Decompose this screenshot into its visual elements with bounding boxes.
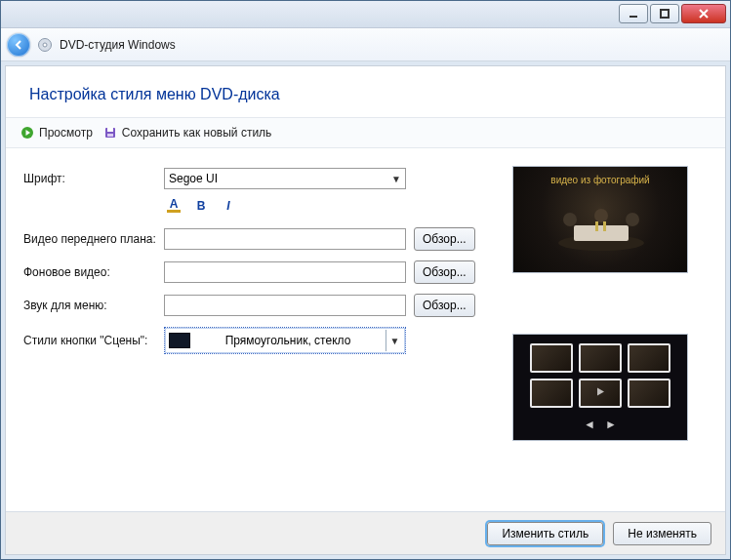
form: Шрифт: Segoe UI ▼ A B I bbox=[23, 164, 487, 496]
play-icon bbox=[20, 125, 35, 140]
scene-cell bbox=[628, 379, 670, 408]
toolbar: Просмотр Сохранить как новый стиль bbox=[6, 117, 725, 148]
color-swatch-icon bbox=[167, 210, 181, 213]
italic-button[interactable]: I bbox=[219, 197, 238, 215]
svg-rect-9 bbox=[574, 225, 629, 241]
apply-button[interactable]: Изменить стиль bbox=[487, 522, 603, 545]
maximize-button[interactable] bbox=[650, 4, 679, 23]
back-button[interactable] bbox=[7, 33, 30, 57]
svg-rect-1 bbox=[661, 10, 669, 18]
footer: Изменить стиль Не изменять bbox=[6, 511, 725, 554]
menu-audio-input[interactable] bbox=[164, 295, 406, 316]
font-value: Segoe UI bbox=[169, 172, 218, 185]
navbar: DVD-студия Windows bbox=[1, 28, 730, 61]
scene-cell bbox=[530, 343, 573, 373]
scenes-style-value: Прямоугольник, стекло bbox=[198, 334, 378, 347]
svg-rect-0 bbox=[629, 16, 637, 18]
app-title: DVD-студия Windows bbox=[60, 38, 176, 52]
menu-preview-thumb: видео из фотографий bbox=[512, 166, 688, 273]
scene-cell bbox=[579, 379, 622, 408]
svg-point-3 bbox=[43, 43, 47, 47]
font-combo[interactable]: Segoe UI ▼ bbox=[164, 168, 406, 189]
font-color-button[interactable]: A bbox=[164, 197, 183, 215]
foreground-browse-button[interactable]: Обзор... bbox=[414, 227, 475, 251]
save-icon bbox=[102, 125, 118, 140]
play-icon bbox=[593, 385, 607, 402]
svg-rect-6 bbox=[107, 128, 113, 132]
scenes-grid bbox=[530, 343, 670, 408]
save-style-button[interactable]: Сохранить как новый стиль bbox=[102, 125, 272, 140]
save-style-label: Сохранить как новый стиль bbox=[122, 126, 272, 140]
app-icon bbox=[36, 36, 54, 54]
bold-button[interactable]: B bbox=[191, 197, 211, 215]
preview-column: видео из фотографий bbox=[512, 164, 708, 496]
background-video-input[interactable] bbox=[164, 261, 406, 283]
svg-rect-14 bbox=[603, 221, 606, 231]
background-video-label: Фоновое видео: bbox=[23, 265, 164, 279]
minimize-button[interactable] bbox=[619, 4, 648, 23]
nav-arrows: ◄ ► bbox=[584, 418, 617, 431]
page-title: Настройка стиля меню DVD-диска bbox=[6, 66, 725, 117]
preview-label: Просмотр bbox=[39, 126, 93, 140]
cancel-button[interactable]: Не изменять bbox=[613, 522, 711, 545]
svg-rect-7 bbox=[107, 134, 113, 137]
svg-rect-13 bbox=[595, 221, 598, 231]
preview-button[interactable]: Просмотр bbox=[20, 125, 93, 140]
close-button[interactable] bbox=[681, 4, 726, 23]
svg-point-10 bbox=[563, 213, 577, 226]
titlebar bbox=[1, 1, 730, 28]
scene-cell bbox=[628, 343, 670, 373]
scene-cell bbox=[530, 379, 573, 408]
menu-audio-label: Звук для меню: bbox=[23, 299, 164, 312]
menu-audio-browse-button[interactable]: Обзор... bbox=[414, 294, 475, 317]
background-browse-button[interactable]: Обзор... bbox=[414, 260, 475, 284]
foreground-video-label: Видео переднего плана: bbox=[23, 232, 164, 246]
body: Шрифт: Segoe UI ▼ A B I bbox=[6, 148, 725, 511]
scene-cell bbox=[579, 343, 622, 373]
content: Настройка стиля меню DVD-диска Просмотр … bbox=[5, 65, 726, 555]
arrow-left-icon: ◄ bbox=[584, 418, 595, 431]
chevron-down-icon: ▼ bbox=[391, 174, 401, 184]
scenes-preview-thumb: ◄ ► bbox=[512, 334, 688, 441]
arrow-right-icon: ► bbox=[605, 418, 617, 431]
foreground-video-input[interactable] bbox=[164, 228, 406, 250]
svg-point-12 bbox=[594, 209, 608, 222]
scenes-style-combo[interactable]: Прямоугольник, стекло ▼ bbox=[164, 327, 406, 354]
scenes-style-label: Стили кнопки "Сцены": bbox=[23, 334, 164, 347]
font-label: Шрифт: bbox=[23, 172, 164, 185]
style-swatch-icon bbox=[169, 333, 190, 348]
svg-point-11 bbox=[626, 213, 639, 226]
window: DVD-студия Windows Настройка стиля меню … bbox=[0, 0, 731, 560]
chevron-down-icon: ▼ bbox=[386, 330, 403, 351]
font-color-glyph: A bbox=[170, 199, 179, 209]
